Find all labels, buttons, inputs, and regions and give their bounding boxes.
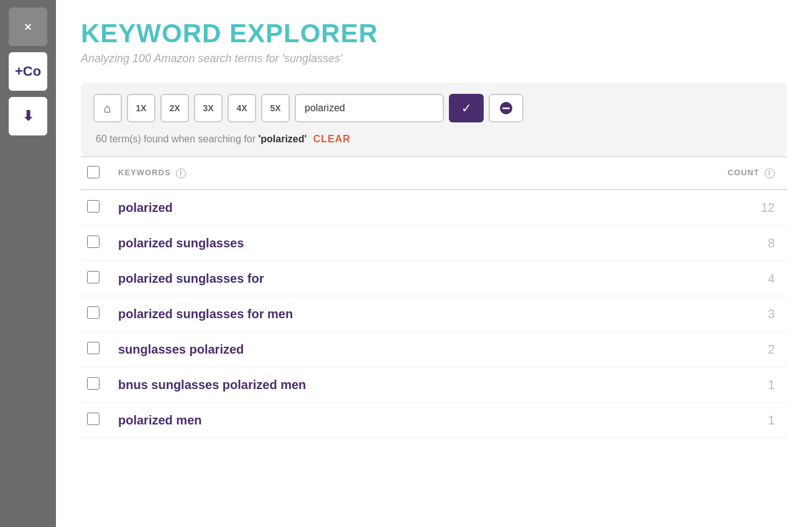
- count-cell: 12: [621, 190, 787, 226]
- filter-bar: ⌂ 1X 2X 3X 4X 5X ✓: [81, 83, 787, 156]
- add-company-button[interactable]: +Co: [9, 52, 47, 91]
- remove-filter-button[interactable]: [489, 94, 524, 122]
- row-checkbox-5[interactable]: [87, 377, 99, 390]
- row-checkbox-cell: [81, 226, 112, 261]
- header-checkbox-cell: [81, 157, 112, 190]
- table-header: KEYWORDS i COUNT i: [81, 157, 787, 190]
- select-all-checkbox[interactable]: [87, 166, 99, 178]
- row-checkbox-1[interactable]: [87, 236, 99, 248]
- home-filter-button[interactable]: ⌂: [93, 94, 122, 122]
- row-checkbox-cell: [81, 367, 112, 403]
- keyword-cell: bnus sunglasses polarized men: [112, 367, 621, 403]
- row-checkbox-4[interactable]: [87, 342, 99, 354]
- filter-3x-button[interactable]: 3X: [194, 94, 223, 122]
- keyword-cell: polarized men: [112, 403, 621, 438]
- table-body: polarized12polarized sunglasses8polarize…: [81, 190, 787, 438]
- row-checkbox-cell: [81, 190, 112, 226]
- filter-2x-button[interactable]: 2X: [160, 94, 189, 122]
- filter-status: 60 term(s) found when searching for 'pol…: [93, 131, 775, 147]
- count-column-header: COUNT i: [621, 157, 787, 190]
- clear-filter-button[interactable]: CLEAR: [313, 134, 351, 145]
- row-checkbox-3[interactable]: [87, 306, 99, 319]
- minus-circle-icon: [499, 101, 514, 116]
- page-title: KEYWORD EXPLORER: [81, 19, 787, 48]
- row-checkbox-2[interactable]: [87, 271, 99, 283]
- keyword-cell: polarized: [112, 190, 621, 226]
- filter-controls: ⌂ 1X 2X 3X 4X 5X ✓: [93, 94, 775, 122]
- keyword-cell: polarized sunglasses for: [112, 261, 621, 296]
- count-cell: 1: [621, 367, 787, 403]
- count-cell: 1: [621, 403, 787, 438]
- row-checkbox-cell: [81, 261, 112, 296]
- keywords-info-icon: i: [176, 168, 186, 178]
- keywords-table: KEYWORDS i COUNT i polarized12polarized …: [81, 156, 787, 438]
- count-cell: 4: [621, 261, 787, 296]
- row-checkbox-6[interactable]: [87, 413, 99, 425]
- row-checkbox-cell: [81, 403, 112, 438]
- table-row: sunglasses polarized2: [81, 332, 787, 367]
- download-button[interactable]: ⬇: [9, 97, 47, 135]
- filter-4x-button[interactable]: 4X: [228, 94, 256, 122]
- count-cell: 3: [621, 296, 787, 332]
- keyword-cell: sunglasses polarized: [112, 332, 621, 367]
- filter-1x-button[interactable]: 1X: [127, 94, 155, 122]
- row-checkbox-cell: [81, 296, 112, 332]
- main-content: KEYWORD EXPLORER Analyzing 100 Amazon se…: [56, 0, 812, 527]
- count-cell: 8: [621, 226, 787, 261]
- keyword-search-input[interactable]: [295, 94, 444, 122]
- row-checkbox-cell: [81, 332, 112, 367]
- close-button[interactable]: ×: [9, 7, 47, 46]
- table-row: polarized12: [81, 190, 787, 226]
- row-checkbox-0[interactable]: [87, 200, 99, 213]
- table-row: polarized sunglasses for4: [81, 261, 787, 296]
- filter-5x-button[interactable]: 5X: [261, 94, 290, 122]
- table-row: polarized men1: [81, 403, 787, 438]
- table-row: polarized sunglasses for men3: [81, 296, 787, 332]
- svg-rect-1: [502, 108, 510, 109]
- keyword-cell: polarized sunglasses for men: [112, 296, 621, 332]
- sidebar: × +Co ⬇: [0, 0, 56, 527]
- apply-filter-button[interactable]: ✓: [449, 94, 484, 122]
- keywords-column-header: KEYWORDS i: [112, 157, 621, 190]
- table-row: polarized sunglasses8: [81, 226, 787, 261]
- page-subtitle: Analyzing 100 Amazon search terms for 's…: [81, 52, 787, 65]
- count-cell: 2: [621, 332, 787, 367]
- keyword-cell: polarized sunglasses: [112, 226, 621, 261]
- table-row: bnus sunglasses polarized men1: [81, 367, 787, 403]
- count-info-icon: i: [765, 168, 775, 178]
